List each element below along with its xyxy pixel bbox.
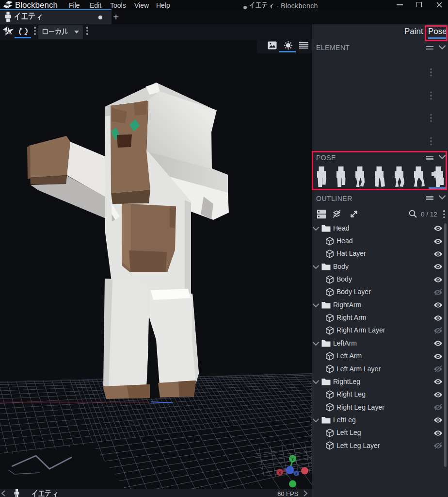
svg-text:Z: Z [295, 472, 298, 476]
svg-text:Y: Y [291, 457, 294, 462]
svg-text:X: X [278, 470, 281, 475]
